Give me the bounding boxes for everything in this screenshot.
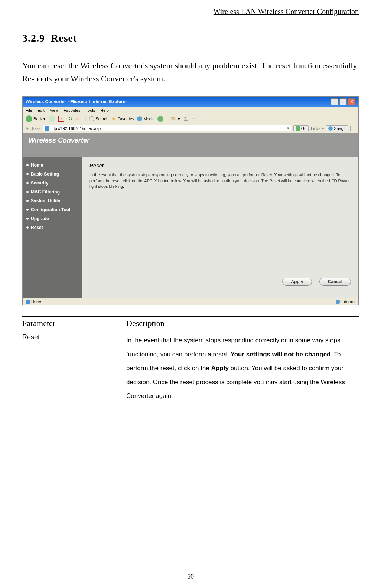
edit-icon[interactable]: ▭ (191, 116, 195, 121)
address-label: Address (26, 126, 40, 131)
go-label: Go (301, 126, 307, 131)
bullet-icon (26, 173, 29, 175)
sidebar-label: Basic Setting (31, 172, 59, 177)
mail-icon[interactable]: ✉ (170, 116, 175, 122)
refresh-icon[interactable]: ↻ (67, 116, 73, 122)
menu-edit[interactable]: Edit (38, 108, 45, 112)
go-button[interactable]: Go (293, 125, 309, 131)
bullet-icon (26, 164, 29, 166)
table-row: Reset In the event that the system stops… (22, 330, 359, 406)
address-bar: Address http://192.168.2.1/index.asp ▾ G… (23, 124, 358, 133)
menubar: File Edit View Favorites Tools Help (23, 107, 358, 114)
history-icon[interactable] (157, 116, 163, 122)
sidebar-item-security[interactable]: Security (25, 179, 80, 187)
menu-help[interactable]: Help (100, 108, 109, 112)
close-button[interactable]: X (348, 98, 355, 105)
menu-view[interactable]: View (50, 108, 59, 112)
apply-button[interactable]: Apply (282, 278, 312, 286)
media-icon (137, 116, 142, 121)
table-header-parameter: Parameter (22, 317, 126, 330)
forward-icon[interactable] (49, 115, 55, 122)
parameter-table: Parameter Description Reset In the event… (22, 316, 359, 406)
param-cell-name: Reset (22, 330, 126, 406)
snagit-label: SnagIt (334, 126, 346, 131)
menu-file[interactable]: File (26, 108, 32, 112)
sidebar-label: Home (31, 163, 43, 168)
links-label[interactable]: Links » (311, 126, 324, 131)
home-icon[interactable]: ⌂ (76, 116, 82, 122)
address-input[interactable]: http://192.168.2.1/index.asp ▾ (43, 125, 291, 131)
desc-bold: Apply (211, 365, 229, 372)
search-icon (89, 116, 94, 121)
media-button[interactable]: Media (137, 116, 154, 121)
embedded-screenshot: Wireless Converter - Microsoft Internet … (22, 96, 359, 305)
param-cell-description: In the event that the system stops respo… (126, 330, 359, 406)
bullet-icon (26, 226, 29, 229)
snagit-button[interactable]: SnagIt (326, 125, 348, 131)
maximize-button[interactable]: □ (339, 98, 347, 105)
sidebar-item-upgrade[interactable]: Upgrade (25, 214, 80, 223)
section-name: Reset (51, 32, 77, 44)
favorites-icon: ★ (111, 116, 116, 122)
search-label: Search (95, 117, 108, 121)
favorites-label: Favorites (117, 117, 134, 121)
status-right: Internet (336, 300, 355, 304)
media-label: Media (143, 117, 154, 121)
back-label: Back (33, 117, 42, 121)
window-title-text: Wireless Converter - Microsoft Internet … (26, 99, 127, 104)
bullet-icon (26, 191, 29, 193)
app-banner: Wireless Converter (23, 133, 358, 157)
menu-favorites[interactable]: Favorites (64, 108, 80, 112)
print-icon[interactable]: 🖶 (183, 116, 188, 122)
sidebar-nav: Home Basic Setting Security MAC Filterin… (23, 157, 82, 298)
sidebar-item-mac-filtering[interactable]: MAC Filtering (25, 187, 80, 196)
desc-bold: Your settings will not be changed (231, 351, 331, 358)
sidebar-item-basic-setting[interactable]: Basic Setting (25, 170, 80, 179)
address-url-text: http://192.168.2.1/index.asp (50, 126, 101, 131)
section-number: 3.2.9 (22, 32, 45, 44)
sidebar-item-configuration-tool[interactable]: Configuration Tool (25, 205, 80, 214)
sidebar-item-system-utility[interactable]: System Utility (25, 196, 80, 205)
page-icon (26, 300, 30, 304)
table-header-description: Description (126, 317, 359, 330)
favorites-button[interactable]: ★ Favorites (111, 116, 134, 122)
status-bar: Done Internet (23, 298, 358, 305)
bullet-icon (26, 209, 29, 211)
status-left: Done (26, 299, 41, 304)
status-done-text: Done (31, 299, 41, 304)
section-heading: 3.2.9 Reset (22, 32, 359, 44)
menu-tools[interactable]: Tools (86, 108, 95, 112)
status-zone-text: Internet (342, 300, 355, 304)
minimize-button[interactable]: _ (331, 98, 338, 105)
stop-icon[interactable]: × (58, 116, 64, 122)
sidebar-item-home[interactable]: Home (25, 161, 80, 170)
content-heading: Reset (89, 163, 351, 169)
running-header: Wireless LAN Wireless Converter Configur… (22, 7, 359, 17)
bullet-icon (26, 218, 29, 220)
main-content: Reset In the event that the system stops… (82, 157, 358, 298)
content-description: In the event that the system stops respo… (89, 172, 351, 189)
sidebar-item-reset[interactable]: Reset (25, 223, 80, 232)
go-icon (296, 126, 300, 131)
snagit-extra-icon[interactable] (350, 126, 355, 131)
browser-toolbar: Back ▾ × ↻ ⌂ | Search ★ Favorites Media … (23, 114, 358, 124)
bullet-icon (26, 182, 29, 184)
sidebar-label: MAC Filtering (31, 189, 60, 195)
sidebar-label: Security (31, 180, 48, 186)
window-titlebar: Wireless Converter - Microsoft Internet … (23, 97, 358, 107)
search-button[interactable]: Search (89, 116, 108, 121)
back-button[interactable]: Back ▾ (26, 115, 46, 122)
sidebar-label: Upgrade (31, 216, 49, 221)
back-icon (26, 115, 32, 122)
snagit-icon (328, 126, 333, 131)
page-number: 50 (0, 573, 381, 581)
cancel-button[interactable]: Cancel (319, 278, 351, 286)
intro-paragraph: You can reset the Wireless Converter's s… (22, 59, 359, 85)
bullet-icon (26, 200, 29, 202)
page-icon (45, 126, 49, 131)
sidebar-label: Reset (31, 225, 43, 230)
sidebar-label: System Utility (31, 198, 60, 203)
sidebar-label: Configuration Tool (31, 207, 70, 212)
zone-icon (336, 300, 340, 304)
